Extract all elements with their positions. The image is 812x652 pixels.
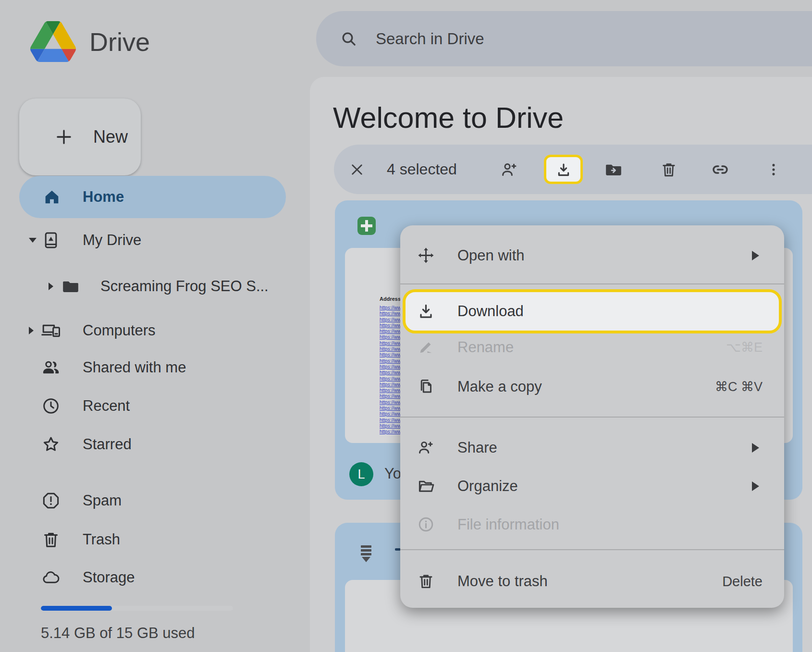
menu-item-share[interactable]: Share: [400, 430, 784, 466]
preview-link-row: https://ww: [380, 329, 401, 334]
filter-file-icon: [361, 545, 371, 562]
sidebar-item-label: Recent: [83, 397, 130, 415]
submenu-arrow-icon: [752, 481, 759, 491]
sidebar-item-spam[interactable]: Spam: [0, 485, 298, 516]
search-input[interactable]: Search in Drive: [316, 11, 812, 66]
menu-separator: [400, 549, 784, 550]
open-with-icon: [417, 246, 435, 264]
people-icon: [41, 358, 61, 377]
shortcut-label: ⌘C ⌘V: [715, 379, 763, 394]
sidebar-item-computers[interactable]: Computers: [0, 315, 298, 346]
menu-separator: [400, 283, 784, 284]
google-drive-window: Drive New Home My Drive: [0, 0, 812, 652]
clear-selection-button[interactable]: [347, 145, 367, 194]
owner-avatar: L: [349, 462, 373, 486]
preview-link-row: https://ww: [380, 388, 401, 394]
new-button-label: New: [93, 127, 128, 147]
preview-link-row: https://ww: [380, 317, 401, 323]
my-drive-icon: [41, 231, 61, 250]
sidebar-item-recent[interactable]: Recent: [0, 391, 298, 421]
spreadsheet-preview-rows: https://wwhttps://wwhttps://wwhttps://ww…: [380, 305, 401, 435]
preview-link-row: https://ww: [380, 364, 401, 370]
new-button[interactable]: New: [19, 98, 141, 175]
trash-button[interactable]: [659, 145, 678, 194]
menu-item-open-with[interactable]: Open with: [400, 237, 784, 273]
info-icon: [417, 516, 435, 533]
sidebar-item-storage[interactable]: Storage: [0, 562, 298, 593]
preview-link-row: https://ww: [380, 406, 401, 411]
spreadsheet-file-icon: [357, 217, 376, 235]
pencil-icon: [417, 338, 435, 356]
menu-item-move-to-trash[interactable]: Move to trash Delete: [400, 563, 784, 599]
spam-icon: [41, 491, 61, 510]
search-icon[interactable]: [339, 29, 358, 49]
chevron-right-icon[interactable]: [49, 283, 53, 290]
preview-link-row: https://ww: [380, 352, 401, 358]
share-button[interactable]: [500, 145, 519, 194]
preview-link-row: https://ww: [380, 305, 401, 311]
sidebar-item-shared-with-me[interactable]: Shared with me: [0, 352, 298, 383]
sidebar-item-my-drive[interactable]: My Drive: [0, 225, 298, 256]
move-to-folder-button[interactable]: [604, 145, 623, 194]
storage-progress-bar: [41, 606, 233, 611]
menu-item-download-highlighted[interactable]: Download: [403, 289, 782, 333]
preview-link-row: https://ww: [380, 323, 401, 329]
chevron-right-icon[interactable]: [29, 327, 34, 334]
preview-link-row: https://ww: [380, 411, 401, 417]
storage-usage-text: 5.14 GB of 15 GB used: [41, 625, 195, 642]
sidebar-item-label: Spam: [83, 492, 122, 509]
submenu-arrow-icon: [752, 251, 759, 260]
preview-link-row: https://ww: [380, 376, 401, 382]
owner-text: Yo: [384, 465, 401, 482]
preview-link-row: https://ww: [380, 429, 401, 435]
page-title: Welcome to Drive: [333, 103, 564, 133]
storage-progress-fill: [41, 606, 112, 611]
selection-toolbar: 4 selected: [334, 145, 812, 194]
preview-link-row: https://ww: [380, 370, 401, 376]
person-add-icon: [417, 439, 435, 456]
sidebar-item-screaming-frog-folder[interactable]: Screaming Frog SEO S...: [0, 271, 298, 302]
preview-link-row: https://ww: [380, 394, 401, 399]
trash-icon: [417, 572, 435, 590]
preview-link-row: https://ww: [380, 358, 401, 364]
home-icon: [42, 187, 62, 207]
more-options-button[interactable]: [764, 145, 783, 194]
sidebar-item-label: Starred: [83, 436, 132, 453]
menu-item-organize[interactable]: Organize: [400, 468, 784, 504]
menu-item-make-a-copy[interactable]: Make a copy ⌘C ⌘V: [400, 369, 784, 405]
chevron-down-icon[interactable]: [29, 238, 37, 243]
preview-link-row: https://ww: [380, 346, 401, 352]
selection-count: 4 selected: [387, 145, 457, 194]
preview-link-row: https://ww: [380, 341, 401, 346]
star-icon: [41, 435, 61, 454]
preview-link-row: https://ww: [380, 423, 401, 429]
computers-icon: [41, 321, 61, 340]
menu-item-file-information: File information: [400, 506, 784, 542]
sidebar-item-starred[interactable]: Starred: [0, 429, 298, 460]
preview-link-row: https://ww: [380, 382, 401, 388]
folder-icon: [62, 277, 80, 295]
trash-icon: [41, 530, 61, 549]
drive-logo-icon: [30, 21, 76, 62]
sidebar-item-label: Screaming Frog SEO S...: [100, 278, 269, 295]
shortcut-label: ⌥⌘E: [726, 340, 763, 355]
drive-logo-row: Drive: [30, 21, 150, 62]
sidebar-item-label: Home: [83, 188, 124, 206]
menu-item-rename: Rename ⌥⌘E: [400, 329, 784, 365]
preview-link-row: https://ww: [380, 400, 401, 406]
sidebar-item-label: My Drive: [83, 232, 141, 249]
cloud-icon: [41, 568, 61, 587]
clock-icon: [41, 396, 61, 416]
download-icon: [417, 302, 435, 320]
copy-link-button[interactable]: [711, 145, 730, 194]
search-placeholder: Search in Drive: [376, 30, 484, 48]
preview-link-row: https://ww: [380, 311, 401, 317]
shortcut-label: Delete: [722, 573, 763, 589]
preview-link-row: https://ww: [380, 334, 401, 340]
sidebar-item-label: Shared with me: [83, 359, 186, 376]
sidebar-item-home[interactable]: Home: [19, 176, 286, 218]
download-button-highlighted[interactable]: [544, 155, 583, 184]
copy-icon: [417, 378, 435, 395]
sidebar-item-trash[interactable]: Trash: [0, 524, 298, 555]
sidebar-item-label: Computers: [83, 322, 156, 339]
